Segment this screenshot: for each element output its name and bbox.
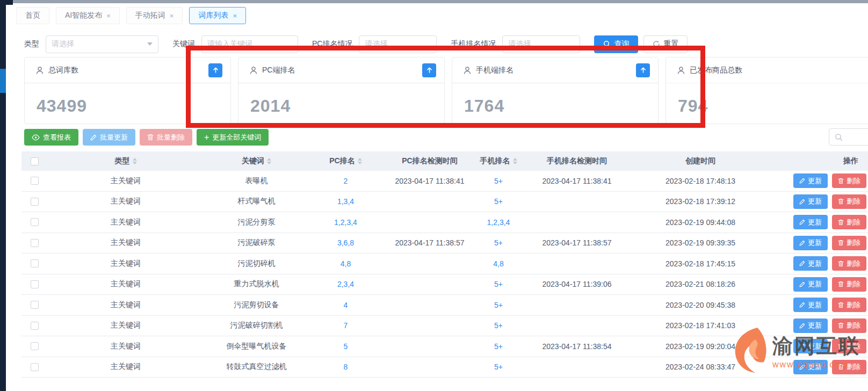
row-checkbox[interactable] — [31, 342, 39, 350]
row-delete-button[interactable]: 删除 — [832, 256, 866, 271]
tab-close-icon[interactable]: × — [233, 12, 237, 20]
cell-pc-check-time: 2023-04-17 11:38:57 — [382, 238, 477, 247]
arrow-up-button[interactable] — [636, 63, 650, 77]
keyword-input-placeholder: 请输入关键词 — [207, 39, 252, 49]
cell-created-at: 2023-02-21 08:18:26 — [634, 280, 767, 288]
row-update-button[interactable]: 更新 — [793, 298, 828, 312]
select-all-checkbox[interactable] — [31, 157, 39, 165]
row-update-button[interactable]: 更新 — [793, 236, 828, 250]
stat-card-mobile-rank: 手机端排名 1764 — [452, 57, 659, 124]
mobile-rank-filter-label: 手机排名情况 — [451, 39, 496, 49]
view-report-label: 查看报表 — [43, 133, 71, 142]
query-button[interactable]: 查询 — [594, 35, 638, 53]
window-top-band — [0, 0, 868, 3]
tab-label: 手动拓词 — [135, 11, 165, 20]
arrow-up-button[interactable] — [422, 63, 436, 77]
pen-icon — [799, 260, 805, 266]
mobile-rank-select[interactable]: 请选择 — [502, 35, 580, 53]
pen-icon — [799, 364, 805, 370]
sort-icon[interactable] — [358, 158, 362, 164]
cell-created-at: 2023-02-18 17:39:12 — [634, 197, 767, 206]
row-checkbox[interactable] — [31, 259, 39, 267]
cell-mobile-rank: 5+ — [477, 177, 520, 185]
col-header-pc-rank[interactable]: PC排名 — [309, 156, 382, 166]
cell-created-at: 2023-02-19 09:44:08 — [634, 218, 767, 227]
table-row: 主关键词 污泥破碎泵 3,6,8 2023-04-17 11:38:57 5+ … — [21, 233, 868, 254]
stat-card-pc-rank: PC端排名 2014 — [238, 57, 445, 124]
cell-pc-rank: 3,6,8 — [309, 238, 382, 247]
row-checkbox[interactable] — [31, 280, 39, 288]
cell-mobile-check-time: 2023-04-17 11:38:54 — [520, 342, 634, 351]
batch-delete-button[interactable]: 批量删除 — [140, 129, 192, 146]
row-delete-button[interactable]: 删除 — [832, 194, 866, 209]
row-checkbox[interactable] — [31, 322, 39, 330]
table-row: 主关键词 转鼓式真空过滤机 8 5+ 2023-02-24 08:33:47 更… — [21, 357, 868, 378]
table-search-input[interactable] — [829, 128, 868, 146]
collapsed-sidebar[interactable] — [0, 0, 6, 391]
row-delete-button[interactable]: 删除 — [832, 236, 866, 250]
row-update-button[interactable]: 更新 — [793, 277, 828, 292]
tab-close-icon[interactable]: × — [170, 12, 174, 20]
cell-operations: 更新 删除 — [767, 194, 868, 209]
tab-word-library[interactable]: 词库列表 × — [189, 7, 246, 24]
tab-home[interactable]: 首页 — [16, 7, 49, 24]
row-update-button[interactable]: 更新 — [793, 215, 828, 229]
view-report-button[interactable]: 查看报表 — [24, 129, 78, 146]
cell-pc-rank: 8 — [309, 363, 382, 371]
pen-icon — [799, 219, 805, 225]
cell-pc-rank: 4 — [309, 301, 382, 309]
row-checkbox[interactable] — [31, 239, 39, 247]
cell-keyword: 污泥破碎泵 — [204, 238, 309, 248]
update-all-keywords-button[interactable]: + 更新全部关键词 — [197, 129, 269, 146]
cell-mobile-check-time: 2023-04-17 11:39:06 — [520, 280, 634, 288]
cell-pc-check-time: 2023-04-17 11:38:41 — [382, 177, 477, 185]
row-delete-button[interactable]: 删除 — [832, 298, 866, 312]
person-icon — [249, 66, 258, 75]
row-update-button[interactable]: 更新 — [793, 256, 828, 271]
col-header-keyword[interactable]: 关键词 — [204, 156, 309, 166]
stat-cards-row: 总词库数 43499 PC端排名 2014 手机端排名 1764 — [24, 57, 868, 124]
arrow-up-icon — [640, 67, 647, 74]
table-row: 主关键词 污泥切碎机 4,8 4,8 2023-02-18 17:45:15 更… — [21, 254, 868, 274]
keyword-input[interactable]: 请输入关键词 — [201, 35, 298, 53]
arrow-up-button[interactable] — [208, 63, 222, 77]
cell-keyword: 转鼓式真空过滤机 — [204, 362, 309, 372]
row-delete-button[interactable]: 删除 — [832, 360, 866, 374]
trash-icon — [838, 364, 844, 370]
row-delete-button[interactable]: 删除 — [832, 215, 866, 229]
cell-operations: 更新 删除 — [767, 236, 868, 250]
cell-mobile-rank: 5+ — [477, 280, 520, 288]
table-header-row: 类型 关键词 PC排名 PC排名检测时间 手机排名 手机排名检测时间 创建时间 … — [21, 151, 868, 171]
row-delete-button[interactable]: 删除 — [832, 277, 866, 292]
row-checkbox[interactable] — [31, 198, 39, 206]
row-delete-button[interactable]: 删除 — [832, 339, 866, 353]
cell-created-at: 2023-02-20 09:45:38 — [634, 301, 767, 309]
type-select[interactable]: 请选择 — [46, 35, 158, 53]
keyword-filter-label: 关键词 — [172, 39, 195, 49]
row-update-button[interactable]: 更新 — [793, 194, 828, 209]
tab-ai-publish[interactable]: AI智能发布 × — [56, 7, 120, 24]
row-checkbox[interactable] — [31, 218, 39, 226]
row-update-button[interactable]: 更新 — [793, 173, 828, 188]
row-update-button[interactable]: 更新 — [793, 339, 828, 353]
sort-icon[interactable] — [267, 158, 271, 164]
trash-icon — [838, 322, 844, 329]
reset-button[interactable]: 重置 — [643, 35, 688, 53]
col-header-mobile-rank[interactable]: 手机排名 — [477, 156, 520, 166]
cell-keyword: 倒伞型曝气机设备 — [204, 342, 309, 351]
sort-icon[interactable] — [513, 158, 517, 164]
row-update-button[interactable]: 更新 — [793, 360, 828, 374]
sort-icon[interactable] — [133, 158, 137, 164]
row-delete-button[interactable]: 删除 — [832, 318, 866, 333]
row-update-button[interactable]: 更新 — [793, 318, 828, 333]
row-checkbox[interactable] — [31, 301, 39, 309]
row-checkbox[interactable] — [31, 363, 39, 371]
col-header-type[interactable]: 类型 — [47, 156, 204, 166]
row-delete-button[interactable]: 删除 — [832, 173, 866, 188]
tab-label: 词库列表 — [198, 11, 228, 20]
tab-manual-expand[interactable]: 手动拓词 × — [126, 7, 183, 24]
pc-rank-select[interactable]: 请选择 — [359, 35, 437, 53]
batch-update-button[interactable]: 批量更新 — [83, 129, 135, 146]
tab-close-icon[interactable]: × — [106, 12, 111, 20]
row-checkbox[interactable] — [31, 177, 39, 185]
